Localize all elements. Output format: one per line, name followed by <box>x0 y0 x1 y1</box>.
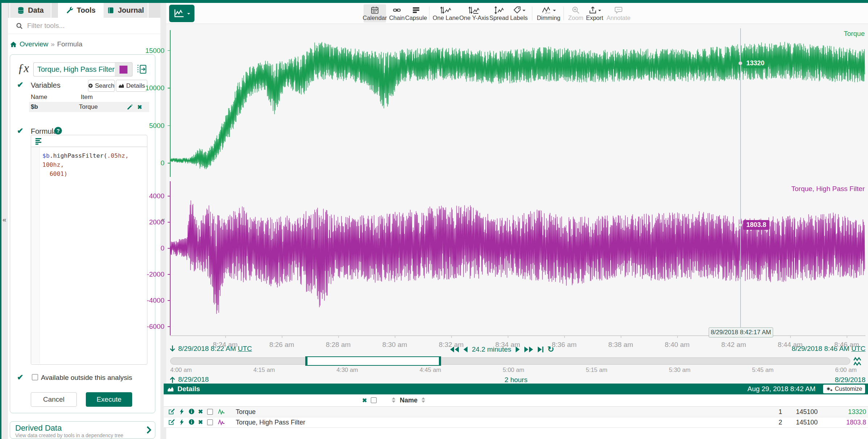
lane1-series-label[interactable]: Torque <box>720 30 865 38</box>
investigate-start-arrow-icon <box>169 376 175 383</box>
tab-journal-label: Journal <box>118 6 144 15</box>
toolbar-button-spread[interactable]: Spread <box>490 4 508 22</box>
timeline-tick-label: 6:00 am <box>830 366 862 373</box>
x-tick-mark <box>790 335 791 338</box>
journal-book-icon <box>107 7 114 14</box>
filter-tools-row <box>8 18 160 34</box>
tab-journal[interactable]: Journal <box>103 3 148 18</box>
toolbar-button-dimming[interactable]: Dimming <box>537 4 561 22</box>
investigate-duration[interactable]: 2 hours <box>480 376 552 384</box>
formula-help-icon[interactable]: ? <box>54 127 62 134</box>
send-lightning-icon[interactable] <box>179 409 184 415</box>
filter-tools-input[interactable] <box>26 21 144 30</box>
row-checkbox[interactable] <box>207 409 213 415</box>
lane2-series-label[interactable]: Torque, High Pass Filter <box>720 185 865 193</box>
lane2-highpass-chart[interactable] <box>166 179 868 335</box>
details-row-1[interactable]: ✖Torque114510013320 <box>164 407 868 417</box>
variable-search-button[interactable]: Search <box>88 80 115 92</box>
toolbar-button-one-lane[interactable]: One Lane <box>433 4 458 22</box>
left-collapse-rail[interactable]: « <box>1 3 8 439</box>
lane1-ytick-0: 0 <box>135 159 164 167</box>
send-lightning-icon[interactable] <box>179 419 184 425</box>
toolbar-button-zoom: Zoom <box>567 4 584 22</box>
tab-tools[interactable]: Tools <box>58 3 104 18</box>
collapse-left-icon[interactable]: « <box>3 216 7 223</box>
variable-name: $b <box>31 103 79 111</box>
info-icon[interactable] <box>189 419 194 425</box>
timeline-selection-window[interactable] <box>305 356 441 366</box>
select-all-checkbox[interactable] <box>371 397 377 403</box>
chain-icon <box>393 5 401 15</box>
lane1-ytick-5000: 5000 <box>135 122 164 130</box>
investigate-timeline-track[interactable] <box>170 357 850 365</box>
cursor-value-highpass: 1803.8 <box>743 220 770 230</box>
formula-code[interactable]: $b.highPassFilter(.05hz, 100hz, 6001) <box>42 151 144 178</box>
zoom-icon <box>571 5 580 15</box>
chevron-down-icon <box>187 13 190 16</box>
available-outside-checkbox[interactable] <box>32 374 38 380</box>
x-tick-label: 8:40 am <box>657 341 697 349</box>
remove-all-icon[interactable]: ✖ <box>362 397 367 404</box>
home-icon[interactable] <box>10 41 17 48</box>
timeline-tick-label: 5:15 am <box>580 366 613 373</box>
sidebar-tabbar: Data Tools Journal <box>8 3 166 18</box>
area-chart-icon <box>118 83 124 88</box>
breadcrumb-overview-link[interactable]: Overview <box>20 40 48 48</box>
lane1-torque-chart[interactable] <box>166 27 868 178</box>
export-icon <box>588 5 601 15</box>
remove-icon[interactable]: ✖ <box>198 408 203 415</box>
x-tick-label: 8:24 am <box>205 341 245 349</box>
breadcrumb: Overview » Formula <box>10 40 82 49</box>
details-column-header: ✖ Name Lane Count <box>164 394 868 407</box>
selection-right-handle[interactable] <box>439 356 441 366</box>
toolbar-button-calendar[interactable]: Calendar <box>364 4 386 22</box>
derived-data-card[interactable]: Derived Data View data created by tools … <box>10 421 155 439</box>
details-row-2[interactable]: ✖Torque, High Pass Filter21451001803.8 <box>164 417 868 428</box>
toolbar-separator <box>563 7 564 20</box>
cancel-button[interactable]: Cancel <box>31 392 77 407</box>
formula-name-input[interactable] <box>33 62 118 76</box>
view-mode-dropdown[interactable] <box>169 5 194 22</box>
toolbar-button-chain[interactable]: Chain <box>389 4 405 22</box>
cursor-value-torque: 13320 <box>743 58 768 68</box>
step-to-end-icon[interactable] <box>537 346 544 353</box>
var-name-header: Name <box>31 94 47 101</box>
customize-button[interactable]: Customize <box>823 385 865 393</box>
execute-button[interactable]: Execute <box>86 392 132 407</box>
sort-icon[interactable] <box>392 397 395 403</box>
row-value: 13320 <box>826 408 866 416</box>
name-column-header[interactable]: Name <box>400 397 418 404</box>
remove-icon[interactable]: ✖ <box>198 419 203 426</box>
toolbar-button-capsule[interactable]: Capsule <box>406 4 426 22</box>
edit-icon[interactable] <box>168 409 175 415</box>
color-swatch-button[interactable] <box>115 62 133 76</box>
derived-data-subtitle: View data created by tools in a dependen… <box>15 432 123 438</box>
row-checkbox[interactable] <box>207 419 213 425</box>
toolbar-button-labels[interactable]: Labels <box>510 4 528 22</box>
search-icon <box>16 22 23 29</box>
formula-editor[interactable]: $b.highPassFilter(.05hz, 100hz, 6001) <box>31 135 147 365</box>
cursor-timestamp-tooltip: 8/29/2018 8:42:17 AM <box>709 327 773 337</box>
investigate-start-date[interactable]: 8/29/2018 <box>178 376 209 384</box>
toolbar-button-export[interactable]: Export <box>585 4 604 22</box>
remove-variable-icon[interactable]: ✖ <box>137 104 142 111</box>
row-lane: 1 <box>757 408 782 416</box>
toolbar-button-one-y-axis[interactable]: One Y-Axis <box>460 4 488 22</box>
x-tick-label: 8:30 am <box>375 341 415 349</box>
edit-icon[interactable] <box>168 419 175 425</box>
formula-lines-icon[interactable] <box>35 137 42 145</box>
info-icon[interactable] <box>189 409 194 414</box>
investigate-end-date[interactable]: 8/29/2018 <box>793 376 865 384</box>
x-tick-mark <box>451 335 452 338</box>
name-sort-icon[interactable] <box>422 397 425 403</box>
auto-update-icon[interactable] <box>853 357 865 366</box>
tab-data[interactable]: Data <box>9 3 51 18</box>
signal-icon <box>218 409 225 415</box>
lane2-ytick-mark <box>168 274 170 275</box>
selection-left-handle[interactable] <box>305 356 307 366</box>
lane2-ytick-mark <box>168 196 170 196</box>
panel-expand-icon[interactable] <box>137 64 147 75</box>
available-outside-label: Available outside this analysis <box>41 374 132 382</box>
edit-pencil-icon[interactable] <box>127 104 133 110</box>
details-chart-icon <box>167 386 174 392</box>
